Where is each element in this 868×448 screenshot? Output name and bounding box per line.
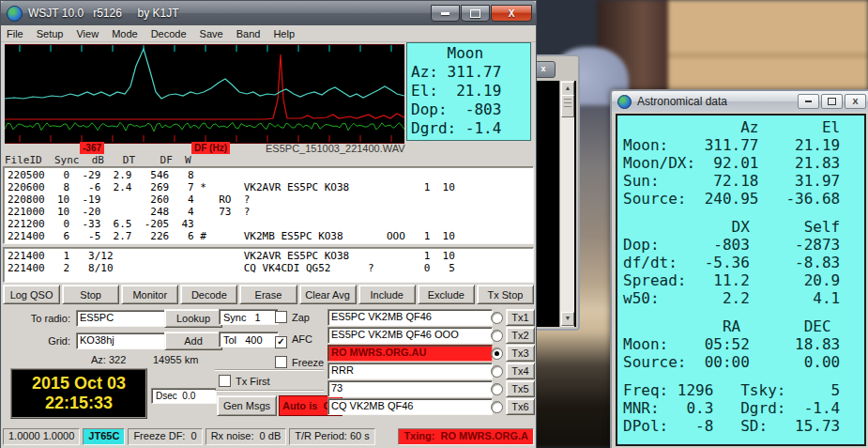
maximize-button[interactable] <box>461 5 490 22</box>
menu-item-mode[interactable]: Mode <box>112 28 138 39</box>
divider <box>215 369 324 370</box>
tol-spinner[interactable]: Tol 400 <box>219 332 279 348</box>
monitor-button[interactable]: Monitor <box>121 285 178 304</box>
menu-item-file[interactable]: File <box>7 28 23 39</box>
spectrum-plot[interactable] <box>5 44 404 144</box>
clock-date: 2015 Oct 03 <box>32 374 126 394</box>
zap-checkbox[interactable]: Zap <box>275 311 310 323</box>
distance-label: 14955 km <box>153 354 198 365</box>
tx-stop-button[interactable]: Tx Stop <box>477 285 534 304</box>
wsjt-titlebar[interactable]: WSJT 10.0 r5126 by K1JT X <box>1 1 536 25</box>
status-tr-period: T/R Period: 60 s <box>289 428 374 445</box>
astro-window-title: Astronomical data <box>637 95 796 108</box>
tx6-message-input[interactable]: CQ VK2MB QF46 <box>327 398 493 415</box>
tx1-radio[interactable] <box>491 312 503 324</box>
minimize-icon <box>805 100 812 102</box>
clear-avg-button[interactable]: Clear Avg <box>299 285 357 304</box>
decode-button[interactable]: Decode <box>180 285 237 304</box>
astro-minimize-button[interactable] <box>798 94 819 109</box>
astro-titlebar[interactable]: Astronomical data X <box>612 91 868 112</box>
astro-line: Moon/DX: 92.01 21.83 <box>623 154 859 172</box>
maximize-icon <box>828 98 836 105</box>
vertical-scrollbar[interactable]: ▲ ▼ <box>559 81 574 327</box>
to-radio-input[interactable]: ES5PC <box>76 310 166 327</box>
grid-label: Grid: <box>16 335 70 347</box>
decode-line: 221200 0 -33 6.5 -205 43 <box>8 218 529 230</box>
decode-line: 220600 8 -6 2.4 269 7 * VK2AVR ES5PC KO3… <box>8 181 529 193</box>
tx6-button[interactable]: Tx6 <box>506 398 535 415</box>
dsec-field[interactable]: Dsec 0.0 <box>151 388 217 404</box>
astro-line: Moon: 311.77 21.19 <box>623 136 859 154</box>
tx4-radio[interactable] <box>491 365 503 378</box>
tx5-button[interactable]: Tx5 <box>506 380 535 397</box>
decode-column-header: FileID Sync dB DT DF W <box>5 154 191 166</box>
freq-marker-label: -367 <box>80 142 104 154</box>
tx4-message-input[interactable]: RRR <box>327 363 493 379</box>
close-button[interactable]: X <box>491 5 532 22</box>
status-ratio: 1.0000 1.0000 <box>3 428 80 445</box>
sync-spinner[interactable]: Sync 1 <box>219 309 279 325</box>
tx3-message-input[interactable]: RO MWRS.ORG.AU <box>327 345 493 362</box>
include-button[interactable]: Include <box>358 285 416 304</box>
menu-item-decode[interactable]: Decode <box>151 28 187 39</box>
astro-close-button[interactable]: X <box>845 94 866 109</box>
status-txing: Txing: RO MWRS.ORG.A <box>398 428 534 445</box>
afc-checkbox-box: ✓ <box>275 336 287 348</box>
exclude-button[interactable]: Exclude <box>418 285 475 304</box>
decode-line: 220800 10 -19 260 4 RO ? <box>8 193 529 206</box>
astro-line: MNR: 0.3 Dgrd: -1.4 <box>623 399 859 417</box>
tx3-radio[interactable] <box>491 348 503 360</box>
decode-line: 221400 6 -5 2.7 226 6 # VK2MB ES5PC KO38… <box>8 230 529 242</box>
close-icon: X <box>509 8 515 19</box>
afc-checkbox[interactable]: ✓AFC <box>275 333 312 348</box>
tx-first-checkbox[interactable]: Tx First <box>219 375 270 387</box>
tx1-message-input[interactable]: ES5PC VK2MB QF46 <box>327 309 493 326</box>
tx2-radio[interactable] <box>491 330 503 342</box>
green-trace <box>5 122 404 131</box>
astro-line: Spread: 11.2 20.9 <box>623 271 859 289</box>
scrollbar-thumb[interactable] <box>561 95 574 117</box>
wsjt-window: WSJT 10.0 r5126 by K1JT X File Setup Vie… <box>0 0 537 448</box>
tx1-button[interactable]: Tx1 <box>506 309 535 326</box>
scroll-up-icon[interactable]: ▲ <box>561 82 574 96</box>
menu-bar: File Setup View Mode Decode Save Band He… <box>1 25 536 42</box>
grid-input[interactable]: KO38hj <box>76 332 166 349</box>
gen-msgs-button[interactable]: Gen Msgs <box>217 395 277 416</box>
add-button[interactable]: Add <box>164 332 222 350</box>
menu-item-band[interactable]: Band <box>236 28 261 39</box>
tx2-button[interactable]: Tx2 <box>506 327 535 344</box>
tx6-radio[interactable] <box>491 401 503 413</box>
close-icon: X <box>852 97 858 106</box>
tx3-button[interactable]: Tx3 <box>506 345 535 362</box>
red-trace <box>5 54 404 119</box>
wav-filename: ES5PC_151003_221400.WAV <box>266 143 405 154</box>
menu-item-setup[interactable]: Setup <box>37 28 64 39</box>
tx5-radio[interactable] <box>491 383 503 395</box>
log-qso-button[interactable]: Log QSO <box>3 285 60 304</box>
astro-maximize-button[interactable] <box>821 94 843 109</box>
astro-line: Az El <box>623 118 859 136</box>
tx4-button[interactable]: Tx4 <box>506 363 535 379</box>
freeze-checkbox[interactable]: Freeze <box>275 356 324 368</box>
freeze-checkbox-box <box>275 356 287 368</box>
scroll-down-icon[interactable]: ▼ <box>561 312 574 326</box>
menu-item-save[interactable]: Save <box>200 28 223 39</box>
clock-time: 22:15:33 <box>45 394 113 413</box>
decode-line: 221000 10 -20 248 4 73 ? <box>8 206 529 218</box>
stop-button[interactable]: Stop <box>62 285 119 304</box>
erase-button[interactable]: Erase <box>239 285 297 304</box>
moon-info-panel: Moon Az: 311.77 El: 21.19 Dop: -803 Dgrd… <box>406 42 531 141</box>
cyan-trace <box>5 49 404 99</box>
azimuth-label: Az: 322 <box>91 354 126 365</box>
minimize-button[interactable] <box>431 5 460 22</box>
tx2-message-input[interactable]: ES5PC VK2MB QF46 OOO <box>327 327 493 344</box>
menu-item-help[interactable]: Help <box>273 28 295 39</box>
utc-clock: 2015 Oct 03 22:15:33 <box>10 368 147 419</box>
astro-line: Sun: 72.18 31.97 <box>623 172 859 190</box>
lookup-button[interactable]: Lookup <box>164 309 222 328</box>
status-mode-badge: JT65C <box>83 428 125 445</box>
decode-text-area[interactable]: 220500 0 -29 2.9 546 8 220600 8 -6 2.4 2… <box>3 166 534 244</box>
average-text-area[interactable]: 221400 1 3/12 VK2AVR ES5PC KO38 1 10 221… <box>3 247 534 283</box>
tx5-message-input[interactable]: 73 <box>327 380 493 397</box>
menu-item-view[interactable]: View <box>76 28 99 39</box>
